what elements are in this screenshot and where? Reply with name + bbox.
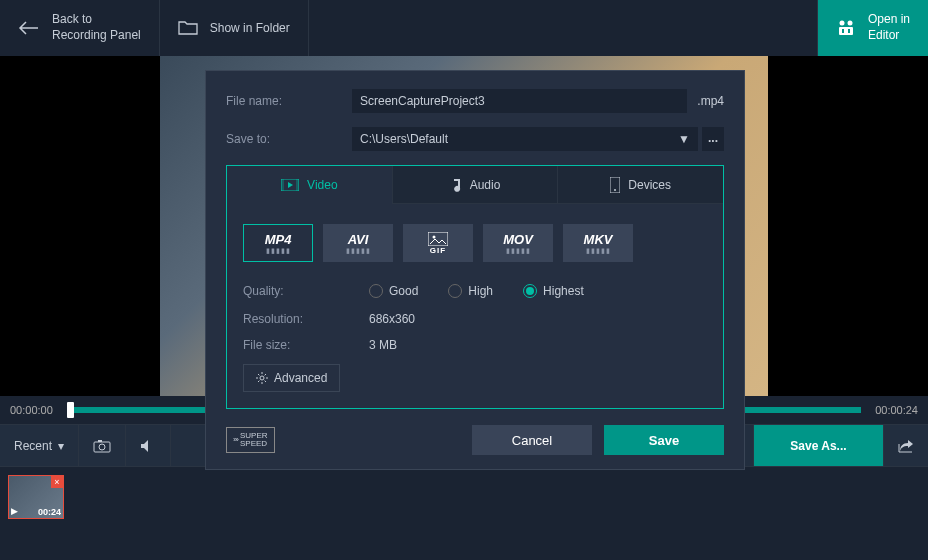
file-name-input[interactable] — [352, 89, 687, 113]
clip-thumbnail[interactable]: × ▶ 00:24 — [8, 475, 64, 519]
svg-rect-3 — [842, 29, 844, 33]
quality-label: Quality: — [243, 284, 369, 298]
camera-button[interactable] — [79, 425, 126, 466]
svg-rect-7 — [98, 440, 102, 442]
quality-good[interactable]: Good — [369, 284, 418, 298]
gear-icon — [256, 372, 268, 384]
thumbnails-row: × ▶ 00:24 — [0, 466, 928, 536]
chevron-down-icon: ▼ — [678, 132, 690, 146]
save-as-label: Save As... — [790, 439, 846, 453]
advanced-label: Advanced — [274, 371, 327, 385]
video-icon — [281, 179, 299, 191]
svg-rect-4 — [848, 29, 850, 33]
image-icon — [428, 232, 448, 246]
svg-point-15 — [260, 376, 264, 380]
svg-rect-9 — [281, 179, 284, 191]
arrow-left-icon — [18, 21, 40, 35]
format-mov[interactable]: MOV▮▮▮▮▮ — [483, 224, 553, 262]
svg-rect-2 — [839, 27, 853, 35]
format-mp4[interactable]: MP4▮▮▮▮▮ — [243, 224, 313, 262]
clip-duration: 00:24 — [38, 507, 61, 517]
tab-devices-label: Devices — [628, 178, 671, 192]
file-ext: .mp4 — [697, 94, 724, 108]
resolution-label: Resolution: — [243, 312, 369, 326]
tab-video[interactable]: Video — [227, 166, 393, 204]
cancel-button[interactable]: Cancel — [472, 425, 592, 455]
save-to-label: Save to: — [226, 132, 352, 146]
time-end: 00:00:24 — [865, 404, 928, 416]
tabs: Video Audio Devices — [227, 166, 723, 204]
save-to-value: C:\Users\Default — [360, 132, 448, 146]
close-icon[interactable]: × — [51, 476, 63, 488]
svg-point-1 — [847, 21, 852, 26]
play-icon: ▶ — [11, 506, 18, 516]
open-in-editor-label: Open in Editor — [868, 12, 910, 43]
save-dialog: File name: .mp4 Save to: C:\Users\Defaul… — [205, 70, 745, 470]
open-in-editor-button[interactable]: Open in Editor — [818, 0, 928, 56]
dialog-footer: ›››SUPER SPEED Cancel Save — [226, 425, 724, 455]
filesize-label: File size: — [243, 338, 369, 352]
svg-point-12 — [614, 189, 616, 191]
tab-video-label: Video — [307, 178, 337, 192]
mute-button[interactable] — [126, 425, 171, 466]
format-list: MP4▮▮▮▮▮ AVI▮▮▮▮▮ GIF MOV▮▮▮▮▮ MKV▮▮▮▮▮ — [243, 224, 707, 262]
file-name-label: File name: — [226, 94, 352, 108]
recent-label: Recent — [14, 439, 52, 453]
format-panel: Video Audio Devices MP4▮▮▮▮▮ AVI▮▮▮▮▮ GI… — [226, 165, 724, 409]
quality-high[interactable]: High — [448, 284, 493, 298]
time-start: 00:00:00 — [0, 404, 63, 416]
audio-icon — [450, 178, 462, 192]
tab-devices[interactable]: Devices — [558, 166, 723, 204]
tab-audio-label: Audio — [470, 178, 501, 192]
back-button[interactable]: Back to Recording Panel — [0, 0, 160, 56]
tab-audio[interactable]: Audio — [393, 166, 559, 204]
format-gif[interactable]: GIF — [403, 224, 473, 262]
editor-icon — [836, 19, 856, 37]
format-mkv[interactable]: MKV▮▮▮▮▮ — [563, 224, 633, 262]
advanced-button[interactable]: Advanced — [243, 364, 340, 392]
format-avi[interactable]: AVI▮▮▮▮▮ — [323, 224, 393, 262]
svg-rect-10 — [296, 179, 299, 191]
tab-video-body: MP4▮▮▮▮▮ AVI▮▮▮▮▮ GIF MOV▮▮▮▮▮ MKV▮▮▮▮▮ … — [227, 204, 723, 408]
devices-icon — [610, 177, 620, 193]
quality-highest[interactable]: Highest — [523, 284, 584, 298]
save-button[interactable]: Save — [604, 425, 724, 455]
folder-icon — [178, 20, 198, 36]
show-in-folder-button[interactable]: Show in Folder — [160, 0, 309, 56]
share-button[interactable] — [884, 425, 928, 466]
save-to-dropdown[interactable]: C:\Users\Default▼ — [352, 127, 698, 151]
toolbar-spacer — [309, 0, 818, 56]
save-as-button[interactable]: Save As... — [754, 425, 884, 466]
filesize-value: 3 MB — [369, 338, 397, 352]
back-label: Back to Recording Panel — [52, 12, 141, 43]
share-icon — [898, 439, 914, 453]
show-in-folder-label: Show in Folder — [210, 21, 290, 35]
recent-button[interactable]: Recent▾ — [0, 425, 79, 466]
super-speed-badge[interactable]: ›››SUPER SPEED — [226, 427, 275, 453]
browse-button[interactable]: ... — [702, 127, 724, 151]
speaker-icon — [140, 439, 156, 453]
svg-point-14 — [433, 235, 436, 238]
top-toolbar: Back to Recording Panel Show in Folder O… — [0, 0, 928, 56]
svg-point-6 — [99, 444, 105, 450]
resolution-value: 686x360 — [369, 312, 415, 326]
svg-point-0 — [839, 21, 844, 26]
camera-icon — [93, 439, 111, 453]
svg-rect-13 — [428, 232, 448, 246]
